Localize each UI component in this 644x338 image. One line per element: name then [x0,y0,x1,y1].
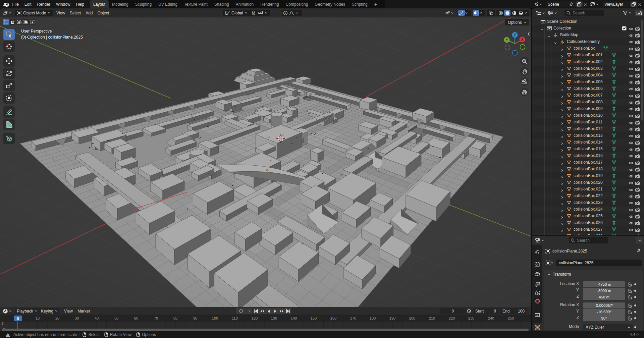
svg-text:50: 50 [114,316,118,320]
svg-text:30: 30 [75,316,79,320]
svg-text:220: 220 [449,316,455,320]
svg-text:Z: Z [514,33,516,37]
svg-text:90: 90 [193,316,197,320]
svg-text:210: 210 [429,316,435,320]
svg-text:200: 200 [409,316,415,320]
svg-text:180: 180 [370,316,376,320]
svg-text:190: 190 [389,316,395,320]
svg-text:140: 140 [291,316,297,320]
svg-text:60: 60 [134,316,138,320]
svg-text:240: 240 [488,316,494,320]
svg-text:80: 80 [173,316,177,320]
svg-text:20: 20 [55,316,59,320]
svg-text:170: 170 [350,316,356,320]
svg-text:250: 250 [508,316,514,320]
svg-text:0: 0 [17,317,19,321]
svg-text:130: 130 [271,316,277,320]
svg-text:❯: ❯ [1,322,4,326]
svg-text:X: X [521,38,524,42]
svg-text:40: 40 [95,316,99,320]
svg-text:160: 160 [330,316,336,320]
svg-text:120: 120 [252,316,258,320]
svg-text:110: 110 [232,316,238,320]
svg-text:150: 150 [311,316,317,320]
svg-text:100: 100 [212,316,218,320]
svg-text:Y: Y [506,38,508,42]
svg-text:70: 70 [154,316,158,320]
svg-text:10: 10 [36,316,40,320]
svg-text:230: 230 [468,316,474,320]
